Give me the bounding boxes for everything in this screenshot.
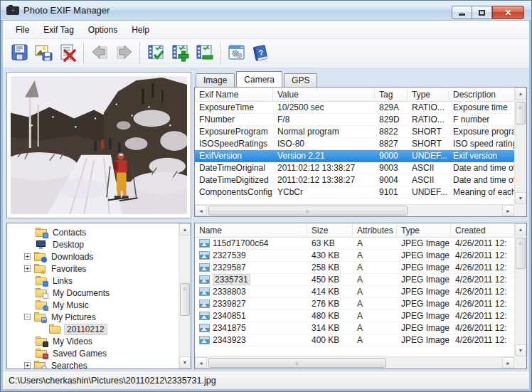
files-scrollbar-thumb[interactable]: ≡ — [516, 238, 526, 269]
menu-item-help[interactable]: Help — [124, 22, 156, 38]
tree-item-desktop[interactable]: Desktop — [7, 238, 179, 250]
menu-item-options[interactable]: Options — [81, 22, 124, 38]
tree-item-my-videos[interactable]: My Videos — [7, 335, 179, 347]
tree-item-searches[interactable]: +Searches — [7, 359, 179, 369]
file-row[interactable]: 2341875314 KBAJPEG Image4/26/2011 12: — [195, 322, 514, 334]
menu-item-file[interactable]: File — [9, 22, 36, 38]
remove-exif-tag-button[interactable] — [192, 41, 216, 65]
column-header-tag[interactable]: Tag — [375, 88, 408, 101]
maximize-button[interactable] — [472, 6, 492, 19]
tab-camera[interactable]: Camera — [236, 71, 282, 87]
exif-scrollbar-thumb[interactable]: ≡ — [516, 102, 526, 125]
file-row[interactable]: 2339827276 KBAJPEG Image4/26/2011 12: — [195, 298, 514, 310]
menu-item-exif-tag[interactable]: Exif Tag — [36, 22, 80, 38]
help-button[interactable]: ? — [248, 41, 272, 65]
exif-hscrollbar-thumb[interactable]: ≡ — [208, 206, 408, 216]
scroll-left-icon[interactable]: ◄ — [195, 357, 207, 369]
exif-row[interactable]: DateTimeDigitized2011:02:12 13:38:279004… — [195, 174, 514, 186]
files-horizontal-scrollbar[interactable]: ◄ ≡ ► — [195, 356, 514, 369]
exif-row[interactable]: ISOSpeedRatingsISO-808827SHORTISO speed … — [195, 138, 514, 150]
tree-item-downloads[interactable]: +Downloads — [7, 250, 179, 263]
file-row[interactable]: 2340851480 KBAJPEG Image4/26/2011 12: — [195, 310, 514, 322]
files-hscrollbar-thumb[interactable]: ≡ — [208, 358, 386, 368]
file-row-cell: 430 KB — [307, 250, 353, 260]
files-vertical-scrollbar[interactable]: ▲ ≡ ▼ — [514, 223, 526, 356]
exif-row[interactable]: ExposureProgramNormal program8822SHORTEx… — [195, 126, 514, 138]
exif-horizontal-scrollbar[interactable]: ◄ ≡ ► — [195, 204, 514, 216]
scroll-right-icon[interactable]: ► — [502, 357, 514, 369]
maximize-icon — [479, 10, 485, 16]
column-header-size[interactable]: Size — [307, 223, 353, 237]
exif-row[interactable]: ExposureTime10/2500 sec829ARATIO...Expos… — [195, 102, 514, 114]
list-add-icon — [171, 43, 190, 64]
column-header-exif-name[interactable]: Exif Name — [195, 88, 273, 101]
cell-text: 4/26/2011 12: — [455, 299, 507, 309]
delete-exif-list-button[interactable] — [55, 41, 80, 65]
scroll-up-icon[interactable]: ▲ — [515, 88, 526, 100]
file-row[interactable]: 115d71700c6463 KBAJPEG Image4/26/2011 12… — [195, 238, 514, 250]
apply-exif-tags-button[interactable] — [144, 41, 168, 65]
arrow-left-icon — [90, 43, 110, 64]
file-row[interactable]: 2329587258 KBAJPEG Image4/26/2011 12: — [195, 262, 514, 274]
close-button[interactable]: ✕ — [492, 6, 524, 19]
tree-item-contacts[interactable]: Contacts — [7, 226, 179, 238]
file-row-cell: A — [353, 238, 397, 248]
exif-row[interactable]: DateTimeOriginal2011:02:12 13:38:279003A… — [195, 162, 514, 174]
file-row-cell: 4/26/2011 12: — [451, 250, 514, 260]
tree-item-my-pictures[interactable]: -My Pictures — [7, 311, 179, 323]
file-row[interactable]: 2343923400 KBAJPEG Image4/26/2011 12: — [195, 334, 514, 346]
tab-gps[interactable]: GPS — [284, 73, 317, 87]
tree-vertical-scrollbar[interactable]: ▲ ≡ ▼ — [179, 223, 191, 369]
toolbar-separator — [220, 43, 220, 64]
tree-item-my-music[interactable]: My Music — [7, 299, 179, 311]
exif-vertical-scrollbar[interactable]: ▲ ≡ ▼ — [514, 88, 526, 204]
cell-text: 829A — [379, 102, 399, 112]
minimize-button[interactable] — [452, 6, 472, 19]
exif-row[interactable]: ExifVersionVersion 2.219000UNDEF...Exif … — [195, 150, 514, 162]
scroll-down-icon[interactable]: ▼ — [515, 344, 526, 356]
tree-item-my-documents[interactable]: My Documents — [7, 287, 179, 299]
column-header-type[interactable]: Type — [397, 223, 451, 237]
file-row-cell: 2338803 — [195, 287, 307, 297]
scroll-left-icon[interactable]: ◄ — [195, 205, 207, 216]
exif-row-cell: Exif version — [449, 151, 514, 161]
tree-item-saved-games[interactable]: Saved Games — [7, 347, 179, 359]
scroll-right-icon[interactable]: ► — [502, 205, 514, 216]
save-image-button[interactable] — [31, 41, 55, 65]
arrow-right-icon — [115, 43, 134, 64]
expand-icon[interactable]: + — [24, 362, 31, 369]
add-exif-tag-button[interactable] — [168, 41, 192, 65]
tab-image[interactable]: Image — [196, 73, 235, 87]
file-row[interactable]: 2338803414 KBAJPEG Image4/26/2011 12: — [195, 286, 514, 298]
exif-row-cell: ASCII — [408, 163, 449, 173]
options-window-button[interactable] — [224, 41, 248, 65]
tree-item-20110212[interactable]: 20110212 — [7, 323, 179, 335]
cell-text: JPEG Image — [401, 275, 449, 285]
scroll-down-icon[interactable]: ▼ — [179, 356, 191, 369]
save-exif-button[interactable] — [7, 41, 31, 65]
file-row-cell: 2341875 — [195, 323, 307, 333]
scroll-up-icon[interactable]: ▲ — [515, 223, 526, 235]
column-header-value[interactable]: Value — [273, 88, 375, 101]
tree-scrollbar-thumb[interactable]: ≡ — [180, 283, 190, 316]
column-header-type[interactable]: Type — [408, 88, 449, 101]
cell-text: 450 KB — [312, 275, 339, 285]
exif-row[interactable]: FNumberF/8829DRATIO...F number — [195, 114, 514, 126]
column-header-attributes[interactable]: Attributes — [353, 223, 397, 237]
tree-item-links[interactable]: Links — [7, 275, 179, 287]
file-row-cell: 4/26/2011 12: — [451, 299, 514, 309]
file-row[interactable]: 2327539430 KBAJPEG Image4/26/2011 12: — [195, 250, 514, 262]
tree-item-label: Saved Games — [50, 349, 109, 359]
file-row[interactable]: 2335731450 KBAJPEG Image4/26/2011 12: — [195, 274, 514, 286]
tree-item-label: Downloads — [49, 252, 95, 262]
column-header-name[interactable]: Name — [195, 223, 307, 237]
expand-icon[interactable]: + — [24, 253, 31, 260]
scroll-down-icon[interactable]: ▼ — [515, 192, 526, 204]
scrollbar-corner — [514, 204, 526, 216]
exif-row[interactable]: ComponentsConfig...YCbCr9101UNDEF...Mean… — [195, 186, 514, 198]
scroll-up-icon[interactable]: ▲ — [179, 223, 191, 235]
collapse-icon[interactable]: - — [24, 314, 31, 320]
expand-icon[interactable]: + — [24, 265, 31, 272]
file-row-cell: JPEG Image — [397, 311, 451, 321]
tree-item-favorites[interactable]: +★Favorites — [7, 263, 179, 275]
